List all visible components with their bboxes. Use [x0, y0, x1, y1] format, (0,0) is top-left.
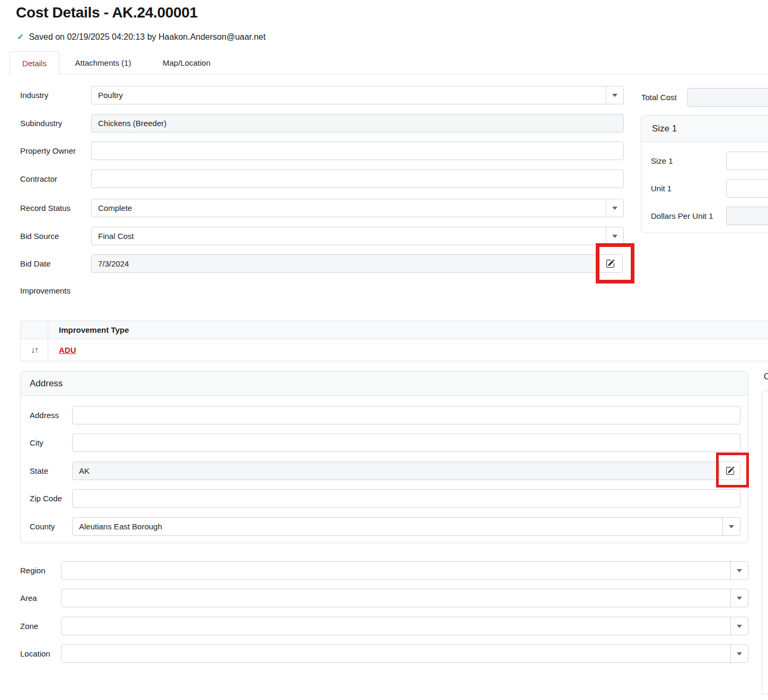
subindustry-input — [91, 114, 624, 132]
unit-1-field[interactable] — [726, 179, 768, 198]
county-label: County — [30, 517, 55, 536]
zip-code-label: Zip Code — [30, 489, 62, 508]
state-edit-button[interactable] — [719, 462, 740, 480]
region-input[interactable] — [61, 561, 748, 580]
chevron-down-icon — [612, 94, 617, 97]
address-label: Address — [30, 406, 59, 424]
improvements-table-header: Improvement Type — [21, 321, 768, 339]
bid-source-select[interactable] — [91, 227, 624, 245]
record-status-dropdown-button[interactable] — [606, 199, 623, 217]
county-select[interactable] — [72, 517, 740, 536]
bid-source-dropdown-button[interactable] — [606, 227, 623, 245]
contractor-label: Contractor — [20, 170, 57, 188]
zone-label: Zone — [20, 617, 38, 635]
size-1-input[interactable] — [726, 152, 768, 170]
zip-code-field[interactable] — [72, 489, 740, 508]
industry-input[interactable] — [91, 86, 624, 104]
tabbar-divider — [10, 74, 768, 74]
location-dropdown-button[interactable] — [730, 645, 748, 662]
region-select[interactable] — [61, 561, 748, 580]
record-status-input[interactable] — [91, 199, 624, 217]
tab-attachments[interactable]: Attachments (1) — [59, 51, 147, 74]
address-input[interactable] — [72, 406, 740, 424]
size-1-field[interactable] — [726, 152, 768, 170]
state-input[interactable] — [72, 462, 720, 480]
property-owner-input[interactable] — [91, 141, 624, 160]
area-input[interactable] — [61, 589, 748, 607]
dollars-per-unit-1-field — [726, 207, 768, 225]
chevron-down-icon — [737, 569, 742, 572]
chevron-down-icon — [612, 207, 617, 210]
zone-input[interactable] — [61, 617, 748, 635]
address-panel-title: Address — [21, 371, 748, 396]
size-1-panel-title: Size 1 — [641, 116, 768, 142]
improvement-type-cell: ADU — [48, 339, 768, 361]
right-panel-cut-off — [762, 391, 768, 694]
location-select[interactable] — [61, 644, 748, 663]
pencil-square-icon — [726, 466, 735, 475]
save-status: ✓Saved on 02/19/2025 04:20:13 by Haakon.… — [17, 32, 266, 42]
location-input[interactable] — [61, 644, 748, 663]
page-title: Cost Details - AK.24.00001 — [16, 4, 198, 21]
sort-handle[interactable]: ↓↑ — [21, 339, 48, 361]
record-status-select[interactable] — [91, 199, 624, 217]
size-1-panel: Size 1 Size 1 Unit 1 Dollars Per Unit 1 — [641, 115, 768, 233]
zone-select[interactable] — [61, 617, 748, 635]
location-label: Location — [20, 644, 50, 663]
tab-details[interactable]: Details — [10, 51, 59, 75]
total-cost-label: Total Cost — [641, 88, 677, 107]
total-cost-input — [687, 88, 768, 107]
contractor-field[interactable] — [91, 170, 624, 188]
chevron-down-icon — [737, 625, 742, 628]
area-select[interactable] — [61, 589, 748, 607]
sort-column-header — [21, 321, 48, 339]
chevron-down-icon — [737, 652, 742, 655]
bid-date-group[interactable] — [91, 254, 623, 273]
industry-label: Industry — [20, 86, 48, 104]
county-dropdown-button[interactable] — [722, 518, 740, 535]
city-field[interactable] — [72, 433, 740, 452]
bid-date-input[interactable] — [91, 254, 598, 273]
industry-select[interactable] — [91, 86, 624, 104]
contractor-input[interactable] — [91, 170, 624, 188]
bid-date-label: Bid Date — [20, 254, 51, 273]
county-input[interactable] — [72, 517, 740, 536]
city-input[interactable] — [72, 433, 740, 452]
size-1-label: Size 1 — [651, 152, 673, 170]
area-dropdown-button[interactable] — [730, 589, 748, 607]
record-status-label: Record Status — [20, 199, 70, 217]
tab-map-location[interactable]: Map/Location — [147, 51, 226, 74]
region-label: Region — [20, 561, 46, 580]
right-panel-partial-text: C — [764, 371, 768, 382]
total-cost-field — [687, 88, 768, 107]
zip-code-input[interactable] — [72, 489, 740, 508]
address-panel: Address Address City State Zip Code C — [20, 371, 748, 543]
state-group[interactable] — [72, 462, 740, 480]
region-dropdown-button[interactable] — [730, 562, 748, 579]
chevron-down-icon — [737, 597, 742, 600]
property-owner-field[interactable] — [91, 141, 624, 160]
industry-dropdown-button[interactable] — [606, 86, 623, 104]
sort-arrows-icon: ↓↑ — [31, 345, 38, 356]
save-status-text: Saved on 02/19/2025 04:20:13 by Haakon.A… — [29, 32, 266, 41]
dollars-per-unit-1-label: Dollars Per Unit 1 — [651, 207, 713, 225]
zone-dropdown-button[interactable] — [730, 617, 748, 635]
city-label: City — [30, 433, 43, 452]
subindustry-label: Subindustry — [20, 114, 62, 132]
table-row: ↓↑ ADU — [21, 339, 768, 361]
address-field[interactable] — [72, 406, 740, 424]
unit-1-label: Unit 1 — [651, 179, 672, 198]
chevron-down-icon — [729, 525, 734, 528]
pencil-square-icon — [606, 259, 615, 268]
improvement-type-link[interactable]: ADU — [59, 345, 76, 355]
bid-source-label: Bid Source — [20, 227, 59, 245]
unit-1-input[interactable] — [726, 179, 768, 198]
property-owner-label: Property Owner — [20, 141, 76, 160]
cost-details-page: Cost Details - AK.24.00001 ✓Saved on 02/… — [0, 0, 768, 700]
improvement-type-column-header: Improvement Type — [48, 321, 768, 339]
bid-date-edit-button[interactable] — [598, 254, 623, 273]
dollars-per-unit-1-input — [726, 207, 768, 225]
bid-source-input[interactable] — [91, 227, 624, 245]
subindustry-field — [91, 114, 624, 132]
improvements-table: Improvement Type ↓↑ ADU — [20, 321, 768, 361]
